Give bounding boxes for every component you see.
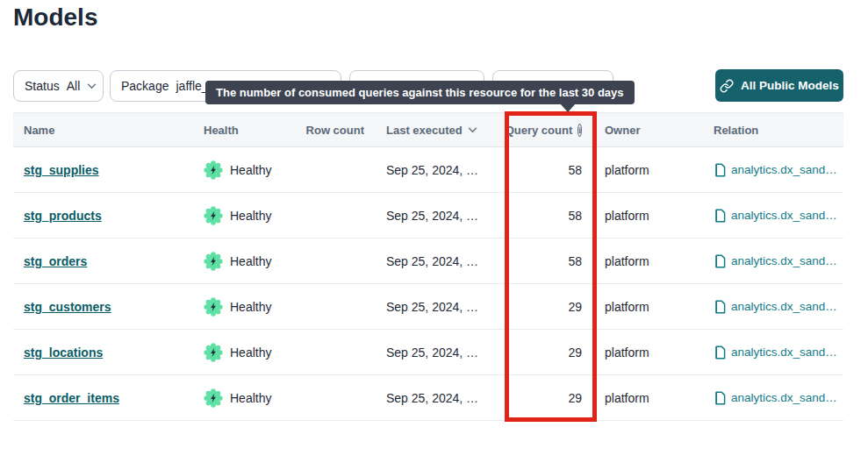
relation-link[interactable]: analytics.dx_sand… — [731, 163, 837, 176]
model-link[interactable]: stg_supplies — [24, 163, 99, 177]
query-count-value: 58 — [507, 254, 596, 268]
healthy-badge-icon — [204, 160, 223, 180]
document-icon — [714, 209, 726, 223]
document-icon — [714, 345, 726, 360]
query-count-value: 29 — [507, 345, 596, 360]
owner-value: platform — [596, 254, 705, 268]
document-icon — [714, 163, 726, 177]
healthy-badge-icon — [204, 206, 223, 225]
owner-value: platform — [596, 300, 705, 314]
owner-value: platform — [596, 163, 705, 177]
last-executed-value: Sep 25, 2024, … — [364, 163, 507, 177]
owner-value: platform — [596, 345, 705, 360]
relation-link[interactable]: analytics.dx_sand… — [731, 300, 837, 313]
package-filter-label: Package — [121, 79, 169, 93]
info-icon[interactable]: i — [577, 124, 582, 137]
table-header: Name Health Row count Last executed Quer… — [13, 112, 843, 147]
document-icon — [714, 300, 726, 314]
query-count-value: 29 — [507, 391, 596, 405]
link-icon — [720, 79, 734, 93]
column-header-last-executed[interactable]: Last executed — [364, 124, 507, 137]
health-label: Healthy — [230, 300, 271, 314]
last-executed-value: Sep 25, 2024, … — [364, 391, 507, 405]
models-page: Models Status All Package jaffle_ All Pu… — [0, 0, 868, 470]
tooltip-arrow — [560, 103, 576, 112]
column-header-owner: Owner — [596, 124, 705, 137]
package-filter-value: jaffle_ — [176, 79, 208, 93]
health-label: Healthy — [230, 391, 271, 405]
table-row: stg_customers Healthy Sep 25, 2024, … 29… — [13, 284, 843, 330]
column-header-query-count: Query count i — [507, 124, 596, 137]
all-public-models-button[interactable]: All Public Models — [715, 69, 843, 102]
models-table: Name Health Row count Last executed Quer… — [13, 112, 843, 421]
column-header-name: Name — [13, 124, 204, 137]
table-row: stg_orders Healthy Sep 25, 2024, … 58 pl… — [13, 239, 843, 284]
last-executed-value: Sep 25, 2024, … — [364, 300, 507, 314]
table-row: stg_products Healthy Sep 25, 2024, … 58 … — [13, 193, 843, 239]
table-row: stg_supplies Healthy Sep 25, 2024, … 58 … — [13, 147, 843, 193]
relation-link[interactable]: analytics.dx_sand… — [731, 209, 837, 222]
table-row: stg_order_items Healthy Sep 25, 2024, … … — [13, 375, 843, 421]
document-icon — [714, 391, 726, 405]
table-row: stg_locations Healthy Sep 25, 2024, … 29… — [13, 330, 843, 375]
model-link[interactable]: stg_locations — [24, 345, 103, 360]
last-executed-value: Sep 25, 2024, … — [364, 345, 507, 360]
query-count-value: 29 — [507, 300, 596, 314]
sort-chevron-icon — [468, 127, 477, 133]
status-filter-label: Status — [25, 79, 60, 93]
owner-value: platform — [596, 209, 705, 223]
all-public-models-label: All Public Models — [741, 79, 839, 92]
relation-link[interactable]: analytics.dx_sand… — [731, 254, 837, 267]
health-label: Healthy — [230, 345, 271, 360]
query-count-tooltip: The number of consumed queries against t… — [205, 81, 635, 104]
query-count-value: 58 — [507, 209, 596, 223]
status-filter-value: All — [67, 79, 81, 93]
column-header-health: Health — [204, 124, 305, 137]
model-link[interactable]: stg_customers — [24, 300, 111, 314]
healthy-badge-icon — [204, 252, 223, 271]
chevron-down-icon — [87, 83, 97, 89]
last-executed-value: Sep 25, 2024, … — [364, 254, 507, 268]
healthy-badge-icon — [204, 388, 223, 408]
last-executed-value: Sep 25, 2024, … — [364, 209, 507, 223]
model-link[interactable]: stg_order_items — [24, 391, 119, 405]
owner-value: platform — [596, 391, 705, 405]
healthy-badge-icon — [204, 297, 223, 317]
health-label: Healthy — [230, 254, 271, 268]
health-label: Healthy — [230, 163, 271, 177]
column-header-relation: Relation — [705, 124, 843, 137]
relation-link[interactable]: analytics.dx_sand… — [731, 391, 837, 404]
relation-link[interactable]: analytics.dx_sand… — [731, 345, 837, 359]
status-filter-dropdown[interactable]: Status All — [13, 70, 104, 102]
page-title: Models — [13, 4, 97, 32]
tooltip-text: The number of consumed queries against t… — [216, 86, 624, 99]
model-link[interactable]: stg_products — [24, 209, 102, 223]
document-icon — [714, 254, 726, 268]
health-label: Healthy — [230, 209, 271, 223]
column-header-row-count: Row count — [305, 124, 364, 137]
model-link[interactable]: stg_orders — [24, 254, 87, 268]
healthy-badge-icon — [204, 343, 223, 362]
query-count-value: 58 — [507, 163, 596, 177]
